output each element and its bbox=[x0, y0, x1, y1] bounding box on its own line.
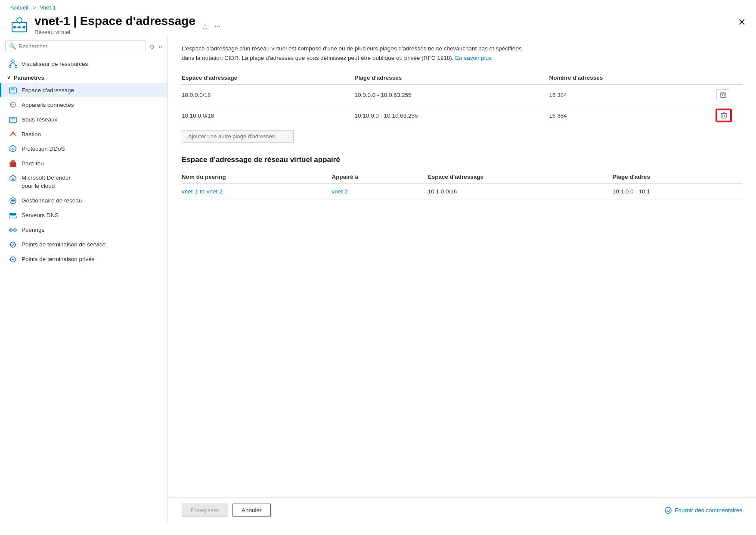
sidebar-item-peerings[interactable]: Peerings bbox=[0, 223, 167, 237]
sidebar-item-appareils[interactable]: Appareils connectés bbox=[0, 97, 167, 112]
sidebar-item-espace[interactable]: Espace d'adressage bbox=[0, 83, 167, 97]
service-ep-icon bbox=[9, 240, 17, 249]
peering-section: Espace d'adressage de réseau virtuel app… bbox=[182, 156, 742, 199]
defender-icon bbox=[9, 174, 17, 183]
cancel-button[interactable]: Annuler bbox=[232, 504, 271, 517]
sidebar-item-pare-feu[interactable]: Pare-feu bbox=[0, 156, 167, 171]
network-icon bbox=[9, 59, 17, 68]
svg-text:D: D bbox=[12, 148, 14, 151]
devices-icon bbox=[9, 100, 17, 109]
add-range-row bbox=[182, 130, 742, 143]
breadcrumb-current[interactable]: vnet-1 bbox=[40, 4, 56, 11]
sidebar-label-bastion: Bastion bbox=[22, 131, 41, 137]
svg-point-7 bbox=[12, 60, 14, 62]
col-espace: Espace d'adressage bbox=[182, 71, 354, 85]
cell-space-1: 10.0.0.0/18 bbox=[182, 85, 354, 105]
peering-name-link[interactable]: vnet-1-to-vnet-2 bbox=[182, 188, 223, 195]
ddos-icon: D bbox=[9, 144, 17, 153]
address-table: Espace d'adressage Plage d'adresses Nomb… bbox=[182, 71, 742, 126]
collapse-icon[interactable]: « bbox=[159, 43, 162, 50]
peering-col-plage: Plage d'adres bbox=[613, 170, 742, 184]
sidebar-label-dns: Serveurs DNS bbox=[22, 212, 59, 218]
svg-rect-41 bbox=[721, 93, 726, 97]
table-row: 10.10.0.0/18 10.10.0.0 - 10.10.63.255 16… bbox=[182, 105, 742, 126]
cell-range-2: 10.10.0.0 - 10.10.63.255 bbox=[354, 105, 549, 126]
save-button: Enregistrer bbox=[182, 504, 228, 517]
network-mgr-icon bbox=[9, 196, 17, 205]
svg-point-35 bbox=[10, 242, 15, 247]
delete-row-2-button[interactable] bbox=[716, 109, 731, 121]
svg-point-30 bbox=[15, 213, 15, 214]
sidebar-item-service-endpoints[interactable]: Points de terminaison de service bbox=[0, 237, 167, 252]
sidebar-item-dns[interactable]: Serveurs DNS bbox=[0, 208, 167, 223]
sidebar-label-pare-feu: Pare-feu bbox=[22, 160, 44, 167]
svg-point-27 bbox=[12, 200, 14, 202]
address-icon bbox=[9, 86, 17, 94]
favorite-icon[interactable]: ☆ bbox=[201, 22, 208, 31]
breadcrumb: Accueil > vnet-1 bbox=[0, 0, 756, 11]
main-content: L'espace d'adressage d'un réseau virtuel… bbox=[168, 35, 756, 523]
sidebar-item-sous-reseaux[interactable]: Sous-réseaux bbox=[0, 112, 167, 127]
svg-point-14 bbox=[10, 102, 15, 107]
svg-line-11 bbox=[13, 62, 16, 65]
svg-point-40 bbox=[12, 258, 14, 260]
cell-space-2: 10.10.0.0/18 bbox=[182, 105, 354, 126]
svg-point-8 bbox=[9, 65, 11, 68]
col-plage: Plage d'adresses bbox=[354, 71, 549, 85]
sidebar-item-bastion[interactable]: Bastion bbox=[0, 127, 167, 141]
pin-icon[interactable]: ◇ bbox=[149, 43, 155, 50]
bastion-icon bbox=[9, 130, 17, 138]
learn-more-link[interactable]: En savoir plus bbox=[455, 55, 492, 61]
feedback-link[interactable]: Fournir des commentaires bbox=[664, 507, 742, 514]
subnet-icon bbox=[9, 115, 17, 124]
firewall-icon bbox=[9, 159, 17, 168]
sidebar-label-gestionnaire: Gestionnaire de réseau bbox=[22, 197, 82, 204]
sidebar-label-espace: Espace d'adressage bbox=[22, 87, 74, 93]
peerings-icon bbox=[9, 226, 17, 234]
sidebar-item-private-endpoints[interactable]: Points de terminaison privés bbox=[0, 252, 167, 267]
cell-delete-2 bbox=[716, 105, 742, 126]
svg-point-32 bbox=[9, 229, 12, 231]
dns-icon bbox=[9, 211, 17, 220]
close-icon[interactable]: ✕ bbox=[738, 17, 746, 28]
sidebar-label-peerings: Peerings bbox=[22, 227, 44, 233]
cell-count-2: 16 384 bbox=[549, 105, 716, 126]
sidebar: 🔍 ◇ « Visualiseur de ressources bbox=[0, 35, 168, 523]
sidebar-item-defender[interactable]: Microsoft Defenderpour le cloud bbox=[0, 171, 167, 193]
chevron-down-icon: ∨ bbox=[7, 75, 10, 81]
delete-row-1-button[interactable] bbox=[716, 89, 730, 100]
page-title: vnet-1 | Espace d'adressage bbox=[34, 14, 195, 28]
search-icon: 🔍 bbox=[9, 43, 16, 50]
page-subtitle: Réseau virtuel bbox=[34, 29, 195, 35]
vnet-icon bbox=[10, 16, 28, 34]
section-label: Paramètres bbox=[14, 75, 44, 81]
peering-cell-space: 10.1.0.0/16 bbox=[428, 184, 613, 199]
table-row: 10.0.0.0/18 10.0.0.0 - 10.0.63.255 16 38… bbox=[182, 85, 742, 105]
feedback-label: Fournir des commentaires bbox=[675, 507, 742, 513]
sidebar-item-gestionnaire[interactable]: Gestionnaire de réseau bbox=[0, 193, 167, 208]
sidebar-label-service-endpoints: Points de terminaison de service bbox=[22, 241, 105, 248]
svg-line-53 bbox=[668, 509, 670, 512]
svg-rect-23 bbox=[12, 160, 14, 162]
cell-count-1: 16 384 bbox=[549, 85, 716, 105]
cell-range-1: 10.0.0.0 - 10.0.63.255 bbox=[354, 85, 549, 105]
sidebar-section-parametres[interactable]: ∨ Paramètres bbox=[0, 71, 167, 83]
svg-point-31 bbox=[15, 216, 15, 217]
peering-col-espace: Espace d'adressage bbox=[428, 170, 613, 184]
more-icon[interactable]: ··· bbox=[214, 22, 221, 31]
sidebar-label-appareils: Appareils connectés bbox=[22, 102, 74, 108]
sidebar-item-visualiseur[interactable]: Visualiseur de ressources bbox=[0, 56, 167, 71]
private-ep-icon bbox=[9, 255, 17, 264]
sidebar-item-ddos[interactable]: D Protection DDoS bbox=[0, 141, 167, 156]
search-input[interactable] bbox=[19, 43, 142, 50]
breadcrumb-home[interactable]: Accueil bbox=[10, 4, 28, 11]
add-range-input[interactable] bbox=[182, 130, 294, 143]
search-input-wrap[interactable]: 🔍 bbox=[5, 40, 146, 52]
sidebar-label-visualiseur: Visualiseur de ressources bbox=[22, 61, 88, 67]
svg-point-33 bbox=[14, 229, 16, 231]
peering-appaire-link[interactable]: vnet-2 bbox=[332, 188, 348, 195]
svg-point-24 bbox=[12, 178, 14, 180]
peering-col-appaire: Appairé à bbox=[332, 170, 428, 184]
sidebar-label-private-endpoints: Points de terminaison privés bbox=[22, 256, 95, 262]
sidebar-label-sous-reseaux: Sous-réseaux bbox=[22, 116, 57, 123]
